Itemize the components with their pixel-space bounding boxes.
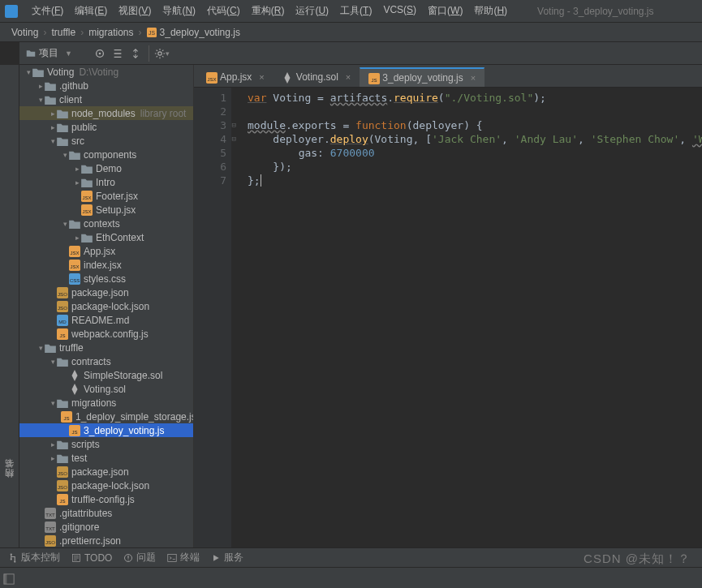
json-icon: JSO (57, 287, 68, 298)
collapse-all-icon[interactable] (127, 45, 144, 62)
tree-row[interactable]: ▾VotingD:\Voting (19, 65, 193, 79)
menu-item[interactable]: 文件(F) (26, 4, 69, 18)
breadcrumb-item[interactable]: Voting (11, 27, 38, 38)
tree-row[interactable]: ▸Demo (19, 161, 193, 175)
tree-row[interactable]: ▾contracts (19, 354, 193, 368)
tree-row[interactable]: ▾client (19, 92, 193, 106)
tree-row[interactable]: JSOpackage.json (19, 465, 193, 479)
breadcrumb-item[interactable]: truffle (51, 27, 75, 38)
tree-arrow-icon[interactable]: ▸ (49, 454, 57, 462)
tree-arrow-icon[interactable]: ▸ (73, 178, 81, 187)
locate-icon[interactable] (92, 45, 108, 62)
tree-row[interactable]: ▾truffle (19, 341, 193, 354)
services-tool[interactable]: 服务 (211, 551, 243, 564)
menu-item[interactable]: 帮助(H) (468, 4, 513, 18)
problems-tool[interactable]: 问题 (123, 551, 156, 564)
tree-arrow-icon[interactable]: ▸ (49, 440, 57, 449)
tree-label: App.jsx (84, 246, 115, 257)
tree-row[interactable]: ▸public (19, 120, 193, 134)
code-editor[interactable]: 123⊟4⊟567 var Voting = artifacts.require… (194, 88, 702, 567)
tree-row[interactable]: ▾components (19, 148, 193, 161)
tree-row[interactable]: JSXFooter.jsx (19, 189, 193, 203)
menu-item[interactable]: 代码(C) (201, 4, 246, 18)
tree-arrow-icon[interactable]: ▾ (37, 344, 45, 352)
menu-item[interactable]: 窗口(W) (422, 4, 468, 18)
tree-row[interactable]: JSwebpack.config.js (19, 327, 193, 341)
tree-row[interactable]: JSXindex.jsx (19, 258, 193, 272)
menu-item[interactable]: 视图(V) (113, 4, 157, 18)
editor-tab[interactable]: JS3_deploy_voting.js× (360, 67, 485, 87)
tree-row[interactable]: SimpleStorage.sol (19, 368, 193, 382)
breadcrumb-item[interactable]: 3_deploy_voting.js (160, 27, 240, 38)
menu-item[interactable]: 编辑(E) (69, 4, 113, 18)
todo-tool[interactable]: TODO (71, 552, 112, 564)
project-tree[interactable]: ▾VotingD:\Voting▸.github▾client▸node_mod… (19, 65, 194, 567)
tree-row[interactable]: JSXApp.jsx (19, 244, 193, 258)
tree-row[interactable]: JS3_deploy_voting.js (19, 423, 193, 437)
app-logo-icon (5, 5, 18, 18)
tree-arrow-icon[interactable]: ▾ (49, 399, 57, 407)
watermark: CSDN @未知！？ (584, 552, 691, 567)
menu-item[interactable]: 运行(U) (290, 4, 334, 18)
tree-arrow-icon[interactable]: ▾ (61, 220, 69, 228)
tree-row[interactable]: ▾contexts (19, 217, 193, 230)
tree-arrow-icon[interactable]: ▸ (49, 109, 57, 118)
tree-row[interactable]: JStruffle-config.js (19, 492, 193, 506)
tree-row[interactable]: ▸scripts (19, 437, 193, 451)
tree-row[interactable]: JSOpackage-lock.json (19, 299, 193, 313)
close-icon[interactable]: × (346, 72, 351, 82)
project-view-selector[interactable]: 项目▼ (26, 46, 72, 60)
tree-row[interactable]: TXT.gitattributes (19, 506, 193, 520)
terminal-tool[interactable]: 终端 (167, 551, 200, 564)
tree-row[interactable]: ▸node_moduleslibrary root (19, 106, 193, 120)
tree-arrow-icon[interactable]: ▸ (37, 82, 45, 90)
menu-item[interactable]: VCS(S) (377, 4, 422, 18)
sol-icon (282, 72, 292, 82)
close-icon[interactable]: × (471, 73, 476, 83)
settings-gear-icon[interactable]: ▾ (154, 45, 170, 62)
tree-row[interactable]: CSSstyles.css (19, 272, 193, 285)
tree-row[interactable]: JSOpackage.json (19, 285, 193, 299)
tree-arrow-icon[interactable]: ▾ (61, 151, 69, 159)
tree-arrow-icon[interactable]: ▾ (49, 358, 57, 366)
tree-row[interactable]: JSO.prettierrc.json (19, 534, 193, 547)
breadcrumb-item[interactable]: migrations (88, 27, 133, 38)
folder-icon (81, 163, 93, 174)
tree-row[interactable]: ▾src (19, 134, 193, 148)
tree-arrow-icon[interactable]: ▾ (24, 68, 32, 76)
tab-label: 3_deploy_voting.js (382, 72, 463, 84)
bookmarks-tool[interactable]: 书签 (0, 470, 19, 480)
tree-row[interactable]: ▸EthContext (19, 230, 193, 244)
menu-item[interactable]: 导航(N) (157, 4, 201, 18)
tree-row[interactable]: MDREADME.md (19, 313, 193, 327)
tree-row[interactable]: ▸.github (19, 79, 193, 92)
editor-tab[interactable]: JSXApp.jsx× (197, 67, 273, 87)
tool-windows-icon[interactable] (3, 573, 15, 585)
version-control-tool[interactable]: 版本控制 (8, 551, 60, 564)
tree-row[interactable]: TXT.gitignore (19, 520, 193, 534)
tree-row[interactable]: JSOpackage-lock.json (19, 479, 193, 492)
sol-icon (69, 384, 80, 395)
tree-arrow-icon[interactable]: ▾ (37, 96, 45, 104)
editor-tab[interactable]: Voting.sol× (273, 67, 360, 87)
structure-tool[interactable]: 结构 (0, 480, 19, 490)
menu-item[interactable]: 工具(T) (334, 4, 377, 18)
tree-arrow-icon[interactable]: ▸ (49, 123, 57, 131)
tree-arrow-icon[interactable]: ▸ (73, 234, 81, 242)
tree-row[interactable]: ▸Intro (19, 175, 193, 189)
tree-label: package.json (71, 287, 129, 298)
breadcrumb: Voting› truffle› migrations› JS 3_deploy… (0, 23, 702, 42)
source-code[interactable]: var Voting = artifacts.require("./Voting… (231, 88, 702, 567)
js-icon: JS (57, 328, 68, 340)
tree-row[interactable]: ▾migrations (19, 396, 193, 410)
tree-row[interactable]: JS1_deploy_simple_storage.js (19, 410, 193, 423)
tree-row[interactable]: ▸test (19, 451, 193, 465)
close-icon[interactable]: × (259, 72, 264, 82)
menu-item[interactable]: 重构(R) (246, 4, 291, 18)
tree-arrow-icon[interactable]: ▾ (49, 137, 57, 145)
tree-row[interactable]: JSXSetup.jsx (19, 203, 193, 217)
tree-row[interactable]: Voting.sol (19, 382, 193, 396)
tree-arrow-icon[interactable]: ▸ (73, 165, 81, 173)
editor-area: JSXApp.jsx×Voting.sol×JS3_deploy_voting.… (194, 65, 702, 567)
expand-all-icon[interactable] (110, 45, 126, 62)
